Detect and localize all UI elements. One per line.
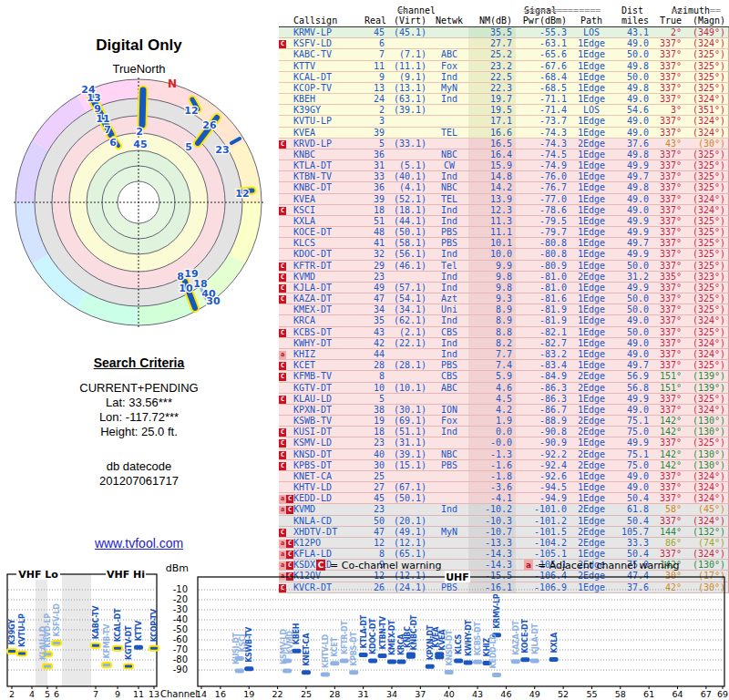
cell-pa: 1Edge: [570, 128, 612, 138]
cell-net: Uni: [430, 304, 468, 314]
cell-nm: -1.6: [468, 460, 516, 470]
cell-tr: 142°: [652, 427, 685, 437]
cell-real: 9: [364, 72, 388, 82]
radar-channel-label: 7: [104, 124, 111, 136]
table-row: K39GY2(39.1)19.5-71.4LOS54.63°(351°): [279, 105, 729, 116]
table-row: KVEA39(52.1)TEL13.9-77.01Edge49.0337°(32…: [279, 194, 729, 205]
cell-net: Ind: [430, 249, 468, 259]
cell-call: KJLA-DT: [293, 283, 364, 293]
cell-pw: -92.6: [516, 471, 570, 481]
cell-real: 39: [364, 194, 388, 204]
channel-tick-label: 19: [243, 689, 254, 699]
cell-virt: [388, 371, 430, 381]
cell-pa: 1Edge: [570, 205, 612, 215]
cell-mi: 31.2: [612, 272, 652, 282]
cell-tr: 337°: [652, 171, 685, 181]
cell-mi: 56.8: [612, 383, 652, 393]
cell-pw: -74.3: [516, 128, 570, 138]
cell-nm: 19.7: [468, 94, 516, 104]
station-marker: KNSD-DT: [445, 630, 454, 674]
cell-nm: -4.1: [468, 493, 516, 503]
channel-tick-label: 6: [54, 689, 59, 699]
cell-net: NBC: [430, 182, 468, 192]
station-marker-label: K39GY: [8, 619, 16, 645]
cell-virt: (2.1): [388, 327, 430, 337]
page-title: Digital Only: [9, 36, 269, 55]
cell-call: KFMB-TV: [293, 371, 364, 381]
table-row: CKNSD-DT40(39.1)NBC-1.3-92.22Edge75.1142…: [279, 449, 729, 460]
cell-mi: 50.4: [612, 516, 652, 526]
dbm-tick-label: -50: [173, 624, 188, 634]
cell-real: 38: [364, 405, 388, 415]
cell-mi: 49.0: [612, 405, 652, 415]
cell-real: 11: [364, 61, 388, 71]
cell-pa: 1Edge: [570, 482, 612, 492]
db-datecode-value: 201207061717: [9, 474, 269, 489]
tvfool-link[interactable]: www.tvfool.com: [95, 536, 183, 551]
cell-virt: (34.1): [388, 304, 430, 314]
station-marker: KTBN-TV: [378, 615, 387, 658]
cell-pw: -67.6: [516, 61, 570, 71]
cell-mi: 50.0: [612, 293, 652, 304]
channel-tick-label: 31: [358, 689, 369, 699]
cell-virt: (39.1): [388, 449, 430, 459]
warning-badges: [279, 149, 293, 160]
cell-tr: 337°: [652, 360, 685, 370]
cell-net: ABC: [430, 383, 468, 393]
cell-net: [430, 38, 468, 48]
table-row: CKAZA-DT47(54.1)Azt9.3-81.61Edge50.0337°…: [279, 293, 729, 304]
cell-pa: 2Edge: [570, 139, 612, 149]
cell-nm: -13.3: [468, 538, 516, 548]
table-row: KBEH24(63.1)Ind19.7-71.11Edge49.0337°(32…: [279, 94, 729, 105]
table-row: CKCET28(28.1)PBS7.4-83.41Edge49.7337°(32…: [279, 360, 729, 371]
cell-mg: (325°): [685, 182, 729, 192]
station-marker-label: KUSI-DT: [232, 632, 241, 664]
cell-pw: -90.9: [516, 438, 570, 448]
cell-net: [430, 493, 468, 503]
cell-pa: 1Edge: [570, 171, 612, 181]
cell-net: NBC: [430, 149, 468, 160]
cell-call: KPXN-DT: [293, 405, 364, 415]
cell-virt: (9.1): [388, 72, 430, 82]
cell-pa: 1Edge: [570, 327, 612, 337]
cell-real: 50: [364, 516, 388, 526]
cell-pa: 2Edge: [570, 427, 612, 437]
cell-pw: -84.9: [516, 371, 570, 381]
table-row: CKVMD23Ind9.8-81.02Edge31.2335°(323°): [279, 272, 729, 283]
channel-tick-label: 64: [672, 689, 683, 699]
column-header: True: [652, 15, 685, 26]
cell-net: MyN: [430, 83, 468, 93]
cell-net: CBS: [430, 371, 468, 381]
cell-pw: -78.6: [516, 205, 570, 215]
table-row: KWHY-DT42(22.1)Ind8.2-82.71Edge49.0337°(…: [279, 338, 729, 349]
cell-mi: 49.0: [612, 471, 652, 481]
warning-badges: C: [279, 205, 293, 215]
station-marker-label: KCOP-TV: [150, 608, 159, 642]
cell-tr: 337°: [652, 249, 685, 259]
co-channel-warning-icon: C: [279, 284, 286, 293]
cell-pw: -74.3: [516, 139, 570, 149]
cell-real: 42: [364, 338, 388, 348]
cell-call: KOCE-DT: [293, 227, 364, 237]
warning-badges: [279, 482, 293, 492]
cell-pw: -92.4: [516, 460, 570, 470]
cell-net: PBS: [430, 360, 468, 370]
cell-mg: (324°): [685, 38, 729, 48]
station-marker-label: KSFV-LD: [53, 603, 61, 637]
cell-mi: 49.9: [612, 249, 652, 259]
cell-mi: 49.0: [612, 94, 652, 104]
cell-net: Ind: [430, 504, 468, 514]
cell-tr: 337°: [652, 182, 685, 192]
cell-mi: 49.0: [612, 482, 652, 492]
adjacent-channel-warning-icon: a: [279, 506, 286, 514]
cell-nm: 35.5: [468, 27, 516, 37]
cell-pw: -77.0: [516, 194, 570, 204]
warning-badges: [279, 171, 293, 181]
cell-pa: 1Edge: [570, 72, 612, 82]
radar-channel-label: 23: [215, 144, 229, 156]
cell-mi: 49.9: [612, 160, 652, 170]
cell-mg: (323°): [685, 272, 729, 282]
cell-pa: 1Edge: [570, 349, 612, 359]
table-row: CKFTR-DT29(46.1)Tel9.9-80.91Edge50.0337°…: [279, 261, 729, 272]
cell-virt: (18.1): [388, 205, 430, 215]
